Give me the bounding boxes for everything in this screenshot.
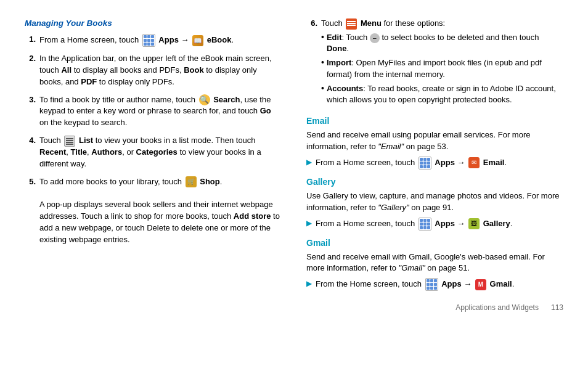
email-body: Send and receive email using popular ema… [306,129,563,153]
step-content: Touch List to view your books in a list … [39,135,282,170]
apps-icon [419,157,431,169]
section-heading-gallery: Gallery [306,177,563,187]
step-number: 4. [25,135,36,147]
email-instruction: From a Home screen, touch Apps → ✉ Email… [316,157,507,169]
bullet: • [321,83,324,94]
search-icon: 🔍 [199,94,210,105]
step-content: To find a book by title or author name, … [39,94,282,129]
steps-list: 1. From a Home screen, touch Apps → eBoo… [25,34,282,246]
section-heading-gmail: Gmail [306,238,563,248]
step6-content: Touch Menu for these options: • Edit: To… [321,18,563,108]
gallery-arrow-line: ▶ From a Home screen, touch Apps → 🖼 Gal… [306,218,563,231]
option-content: Edit: Touch – to select books to be dele… [327,32,563,54]
email-section: Email Send and receive email using popul… [306,116,563,169]
section-title-managing: Managing Your Books [25,18,282,28]
left-column: Managing Your Books 1. From a Home scree… [25,18,282,291]
page-layout: Managing Your Books 1. From a Home scree… [25,18,563,291]
apps-icon [425,278,438,291]
gmail-arrow-line: ▶ From the Home screen, touch Apps → M G… [306,278,563,291]
page-footer: Applications and Widgets 113 [25,291,563,312]
ebook-label: eBook [207,35,232,44]
step-content: To add more books to your library, touch… [39,176,282,246]
footer-page-number: 113 [551,303,563,312]
option-content: Accounts: To read books, create or sign … [327,83,563,105]
bullet: • [321,32,324,43]
triangle-icon: ▶ [306,157,312,168]
apps-icon [142,34,155,47]
step6-container: 6. Touch Menu for these options: • Edit:… [306,18,563,108]
step6-row: 6. Touch Menu for these options: • Edit:… [306,18,563,108]
option-content: Import: Open MyFiles and import book fil… [327,57,563,80]
ebook-icon [192,35,203,46]
options-list: • Edit: Touch – to select books to be de… [321,32,563,105]
gallery-section: Gallery Use Gallery to view, capture, an… [306,177,563,231]
list-item: 5. To add more books to your library, to… [25,176,282,246]
footer-label: Applications and Widgets [455,303,539,312]
list-item: 1. From a Home screen, touch Apps → eBoo… [25,34,282,47]
apps-label: Apps [158,35,179,44]
option-item: • Edit: Touch – to select books to be de… [321,32,563,54]
step-number: 1. [25,34,36,46]
edit-circle-icon: – [370,33,380,43]
step-number: 3. [25,94,36,106]
right-column: 6. Touch Menu for these options: • Edit:… [306,18,563,291]
gmail-instruction: From the Home screen, touch Apps → M Gma… [316,278,514,291]
apps-icon [419,218,431,231]
gallery-body: Use Gallery to view, capture, and manage… [306,190,563,214]
list-item: 2. In the Application bar, on the upper … [25,53,282,88]
shop-icon: 🛒 [186,176,197,187]
menu-icon [346,18,357,30]
step-number: 6. [306,18,317,108]
gmail-section: Gmail Send and receive email with Gmail,… [306,238,563,292]
triangle-icon: ▶ [306,218,312,229]
list-item: 3. To find a book by title or author nam… [25,94,282,129]
step-number: 5. [25,176,36,188]
list-icon [64,136,75,147]
triangle-icon: ▶ [306,279,312,289]
option-item: • Accounts: To read books, create or sig… [321,83,563,105]
step-number: 2. [25,53,36,65]
section-heading-email: Email [306,116,563,126]
gmail-body: Send and receive email with Gmail, Googl… [306,251,563,275]
footer-text: Applications and Widgets 113 [455,303,563,312]
step-content: From a Home screen, touch Apps → eBook. [39,34,282,47]
email-arrow-line: ▶ From a Home screen, touch Apps → ✉ Ema… [306,157,563,169]
list-item: 4. Touch List to view your books in a li… [25,135,282,170]
email-app-icon: ✉ [468,157,480,168]
gallery-instruction: From a Home screen, touch Apps → 🖼 Galle… [316,218,512,231]
bullet: • [321,57,324,68]
gmail-app-icon: M [475,279,486,290]
gallery-app-icon: 🖼 [468,218,480,229]
option-item: • Import: Open MyFiles and import book f… [321,57,563,80]
step-content: In the Application bar, on the upper lef… [39,53,282,88]
